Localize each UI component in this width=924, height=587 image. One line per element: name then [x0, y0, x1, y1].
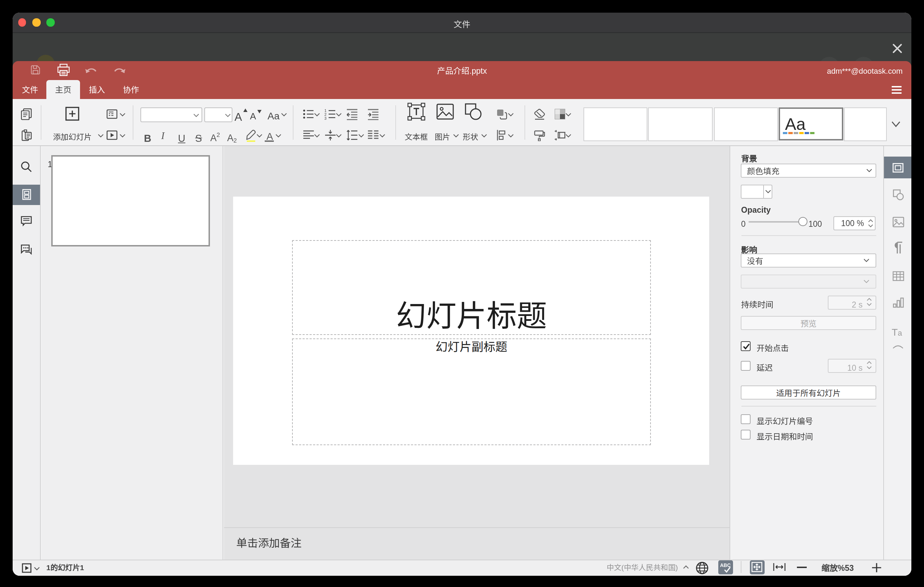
- svg-text:3: 3: [324, 116, 326, 120]
